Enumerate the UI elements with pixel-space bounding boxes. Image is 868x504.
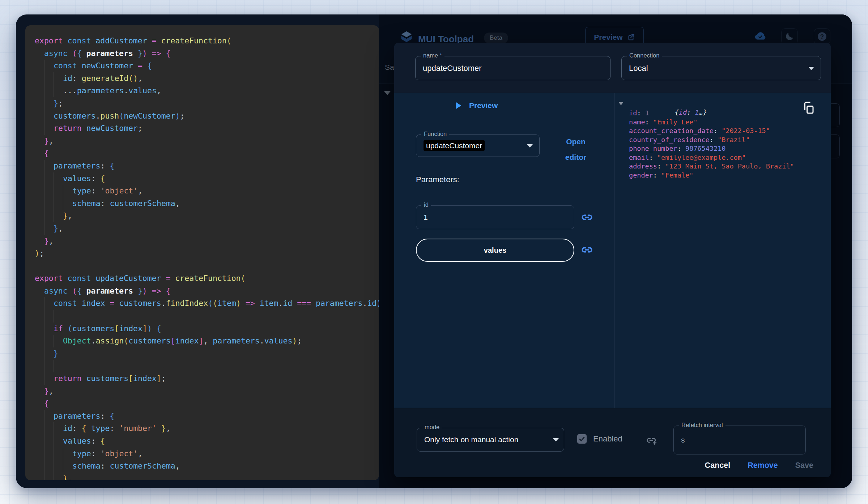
- caret-down-icon: [527, 144, 533, 148]
- enabled-checkbox[interactable]: [577, 434, 587, 444]
- save-button[interactable]: Save: [795, 461, 813, 470]
- json-entry: gender: "Female": [629, 171, 824, 180]
- code-editor[interactable]: export const addCustomer = createFunctio…: [25, 25, 379, 480]
- result-summary-row[interactable]: {id: 1…}: [618, 99, 824, 108]
- parameters-heading: Parameters:: [416, 175, 459, 184]
- refetch-interval-input[interactable]: Refetch interval s: [673, 426, 806, 454]
- function-select-value: updateCustomer: [424, 140, 485, 151]
- json-entries: id: 1name: "Emily Lee"account_creation_d…: [629, 109, 824, 180]
- json-entry: address: "123 Main St, Sao Paulo, Brazil…: [629, 162, 824, 171]
- remove-button[interactable]: Remove: [748, 461, 778, 470]
- triangle-right-icon: [456, 102, 461, 109]
- name-field[interactable]: name * updateCustomer: [415, 56, 610, 80]
- dialog-content: Preview Function updateCustomer Open edi…: [394, 93, 831, 408]
- mode-select-value: Only fetch on manual action: [424, 435, 518, 444]
- connection-select[interactable]: Connection Local: [621, 56, 821, 80]
- mode-select-label: mode: [422, 424, 442, 431]
- enabled-label: Enabled: [593, 434, 622, 444]
- param-id-input[interactable]: id 1: [416, 205, 574, 229]
- check-icon: [579, 436, 585, 442]
- cancel-button[interactable]: Cancel: [705, 461, 731, 470]
- preview-toggle-label: Preview: [469, 101, 498, 110]
- mode-select[interactable]: mode Only fetch on manual action: [417, 428, 564, 452]
- name-field-label: name *: [421, 52, 444, 59]
- preview-toggle-button[interactable]: Preview: [456, 101, 498, 110]
- json-entry: account_creation_date: "2022-03-15": [629, 127, 824, 136]
- dialog-footer: mode Only fetch on manual action Enabled…: [394, 408, 831, 477]
- refetch-interval-value: s: [681, 436, 685, 444]
- columns-divider: [614, 93, 614, 408]
- function-select[interactable]: Function updateCustomer: [416, 134, 540, 157]
- result-json-panel: {id: 1…} id: 1name: "Emily Lee"account_c…: [618, 99, 824, 180]
- json-entry: country_of_residence: "Brazil": [629, 136, 824, 145]
- query-editor-dialog: name * updateCustomer Connection Local P…: [394, 43, 831, 477]
- triangle-down-icon: [618, 102, 624, 105]
- json-entry: phone_number: 9876543210: [629, 144, 824, 153]
- connection-select-value: Local: [629, 64, 648, 73]
- name-field-value: updateCustomer: [423, 64, 482, 73]
- bind-values-link-icon[interactable]: [581, 244, 593, 256]
- bind-id-link-icon[interactable]: [581, 211, 593, 223]
- refetch-interval-label: Refetch interval: [679, 422, 726, 428]
- dialog-header: name * updateCustomer Connection Local: [394, 43, 831, 93]
- copy-icon[interactable]: [802, 101, 815, 115]
- app-window: export const addCustomer = createFunctio…: [16, 14, 852, 488]
- caret-down-icon: [808, 67, 814, 70]
- caret-down-icon: [553, 438, 559, 441]
- function-select-label: Function: [421, 131, 449, 137]
- add-binding-link-icon[interactable]: [645, 435, 658, 446]
- open-editor-button[interactable]: Open editor: [558, 134, 594, 165]
- connection-select-label: Connection: [627, 52, 662, 59]
- json-entry: name: "Emily Lee": [629, 118, 824, 127]
- param-id-value: 1: [424, 213, 428, 222]
- param-id-label: id: [421, 201, 431, 208]
- code-lines: export const addCustomer = createFunctio…: [35, 35, 379, 480]
- param-values-button[interactable]: values: [416, 239, 574, 262]
- json-entry: email: "emilylee@example.com": [629, 153, 824, 162]
